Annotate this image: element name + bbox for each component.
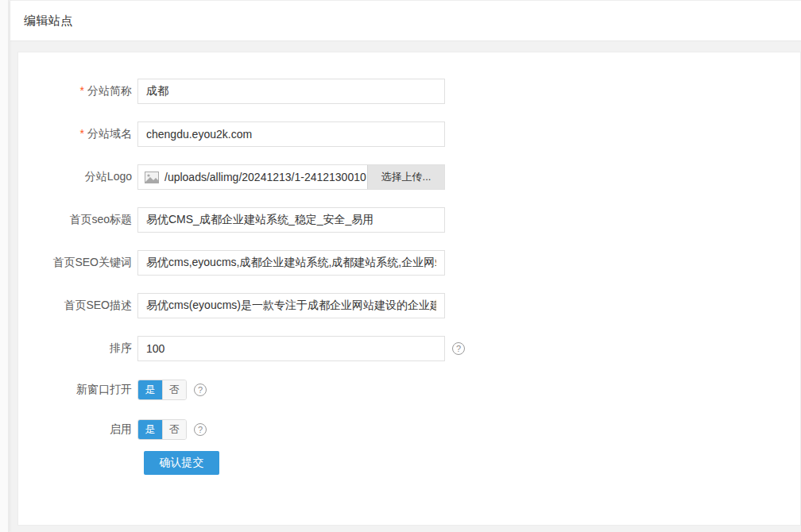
- seo-keywords-label: 首页SEO关键词: [25, 256, 132, 270]
- form-row-enabled: 启用 是 否 ?: [25, 419, 800, 440]
- open-new-window-toggle: 是 否: [137, 380, 187, 400]
- required-mark: *: [80, 127, 84, 140]
- site-logo-input[interactable]: /uploads/allimg/20241213/1-2412130010 选择…: [137, 164, 445, 190]
- toggle-no-button[interactable]: 否: [162, 380, 186, 399]
- sidebar-edge: [0, 0, 9, 532]
- form-row-open-new-window: 新窗口打开 是 否 ?: [25, 380, 800, 400]
- seo-keywords-input[interactable]: [137, 250, 445, 276]
- form-row-site-domain: *分站域名: [25, 121, 800, 147]
- seo-description-label: 首页SEO描述: [25, 299, 132, 313]
- form-row-site-logo: 分站Logo /uploads/allimg/20241213/1-241213…: [25, 164, 800, 190]
- sort-label: 排序: [25, 341, 132, 356]
- page: 编辑站点 *分站简称 *分站域名 分站Logo: [0, 0, 801, 532]
- site-logo-label: 分站Logo: [25, 170, 132, 184]
- site-domain-label: *分站域名: [25, 127, 132, 141]
- help-icon[interactable]: ?: [452, 342, 465, 355]
- help-icon[interactable]: ?: [194, 423, 207, 436]
- seo-title-label: 首页seo标题: [25, 213, 132, 227]
- form-row-seo-title: 首页seo标题: [25, 207, 800, 233]
- form-row-seo-keywords: 首页SEO关键词: [25, 250, 800, 276]
- confirm-submit-button[interactable]: 确认提交: [144, 451, 219, 475]
- toggle-no-button[interactable]: 否: [162, 420, 186, 439]
- site-domain-input[interactable]: [137, 121, 445, 147]
- form-row-site-name: *分站简称: [25, 79, 800, 104]
- image-icon: [145, 172, 159, 183]
- enabled-toggle: 是 否: [137, 419, 187, 440]
- toggle-yes-button[interactable]: 是: [138, 420, 162, 439]
- site-name-input[interactable]: [137, 79, 445, 104]
- sort-input[interactable]: [137, 336, 445, 361]
- form-row-seo-description: 首页SEO描述: [25, 293, 800, 318]
- toggle-yes-button[interactable]: 是: [138, 380, 162, 399]
- form-row-submit: 确认提交: [25, 451, 800, 475]
- seo-title-input[interactable]: [137, 207, 445, 233]
- site-name-label: *分站简称: [25, 84, 132, 98]
- seo-description-input[interactable]: [137, 293, 445, 318]
- form-row-sort: 排序 ?: [25, 336, 800, 361]
- header-bar: 编辑站点: [10, 0, 801, 41]
- enabled-label: 启用: [25, 422, 132, 437]
- required-mark: *: [80, 84, 84, 97]
- edit-site-form-card: *分站简称 *分站域名 分站Logo /uploads/allimg/20241…: [17, 52, 801, 526]
- open-new-window-label: 新窗口打开: [25, 383, 132, 397]
- page-title: 编辑站点: [24, 13, 73, 29]
- choose-upload-button[interactable]: 选择上传...: [367, 164, 445, 190]
- help-icon[interactable]: ?: [194, 384, 207, 396]
